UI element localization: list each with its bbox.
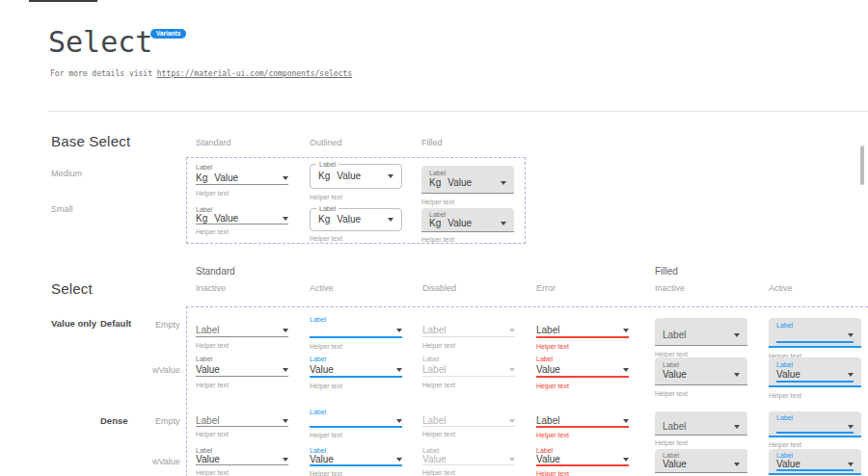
dropdown-arrow-icon xyxy=(396,329,402,332)
select-value-row[interactable] xyxy=(776,330,854,343)
select-value: Value xyxy=(663,369,730,381)
select-value-row[interactable]: Value xyxy=(536,454,629,466)
column-header-standard: Standard xyxy=(196,138,231,147)
select-value-row[interactable]: Label xyxy=(536,415,629,428)
cell-standard-inactive-wvalue-dense: LabelValueHelper text xyxy=(196,446,288,476)
dropdown-arrow-icon xyxy=(623,329,629,332)
select-label xyxy=(536,315,629,324)
select-value: Label xyxy=(422,364,505,376)
select-value-row[interactable] xyxy=(310,415,402,428)
select-label: Label xyxy=(663,360,740,369)
helper-text: Helper text xyxy=(769,440,861,449)
select-value-row[interactable]: KgValue xyxy=(429,218,506,228)
scrollbar-thumb[interactable] xyxy=(860,145,864,185)
cell-standard-active-wvalue: LabelValueHelper text xyxy=(310,355,402,390)
select-label: Label xyxy=(310,355,402,363)
select-value-row[interactable]: Label xyxy=(536,324,629,338)
select-value-row[interactable]: KgValue xyxy=(318,215,393,225)
select-value-row[interactable]: Value xyxy=(663,369,740,381)
select-value: Value xyxy=(448,177,497,189)
select-filled-box[interactable]: Label xyxy=(655,411,747,436)
select-filled-box[interactable]: LabelValue xyxy=(655,357,747,385)
select-value: Label xyxy=(663,421,730,433)
select-filled-box[interactable]: LabelValue xyxy=(655,449,747,473)
helper-text: Helper text xyxy=(196,468,288,476)
select-value-row[interactable]: Label xyxy=(663,330,740,341)
select-value-row[interactable]: Value xyxy=(422,454,515,465)
select-value-row[interactable]: Value xyxy=(310,454,402,466)
select-value-row[interactable]: KgValue xyxy=(196,213,288,225)
select-value-row[interactable]: Label xyxy=(196,324,288,337)
dropdown-arrow-icon xyxy=(848,425,854,429)
column-header-inactive: Inactive xyxy=(196,283,226,293)
select-value: Value xyxy=(536,364,619,376)
select-outline-box[interactable]: LabelKgValue xyxy=(310,164,402,189)
select-value-row[interactable] xyxy=(310,324,402,338)
select-outline-box[interactable]: LabelKgValue xyxy=(310,208,402,231)
cell-standard-disabled-empty-dense: LabelHelper text xyxy=(422,408,515,438)
select-value-row[interactable]: Value xyxy=(196,454,288,465)
select-filled-box[interactable]: LabelValue xyxy=(769,357,861,387)
cell-filled-active-empty-dense: LabelHelper text xyxy=(769,411,861,449)
select-filled-box[interactable]: LabelValue xyxy=(769,449,861,475)
cell-filled-active-wvalue-dense: LabelValueHelper text xyxy=(769,449,861,476)
select-value-row[interactable]: Label xyxy=(663,421,740,432)
select-label: Label xyxy=(536,355,629,363)
select-filled-box[interactable]: Label xyxy=(769,318,861,348)
select-label: Label xyxy=(316,160,339,169)
select-value-row[interactable]: Value xyxy=(776,369,854,383)
helper-text: Helper text xyxy=(536,431,629,439)
dropdown-arrow-icon xyxy=(509,419,515,423)
select-value-row[interactable]: Label xyxy=(196,415,288,427)
select-value-row[interactable]: KgValue xyxy=(318,171,393,182)
select-states-frame xyxy=(186,306,868,476)
variants-badge: Variants xyxy=(150,29,186,39)
section-heading-base-select: Base Select xyxy=(51,133,130,149)
select-value-row[interactable]: Value xyxy=(536,363,629,378)
helper-text: Helper text xyxy=(422,381,515,389)
dropdown-arrow-icon xyxy=(734,463,740,466)
cell-standard-error-empty: LabelHelper text xyxy=(536,315,629,351)
select-value-row[interactable]: Label xyxy=(422,415,515,427)
cell-filled-inactive-wvalue: LabelValueHelper text xyxy=(655,357,747,398)
select-value: Label xyxy=(422,415,505,427)
dropdown-arrow-icon xyxy=(283,419,288,423)
select-value-row[interactable]: KgValue xyxy=(429,177,506,189)
select-value: Value xyxy=(310,454,393,465)
select-value-row[interactable]: Label xyxy=(422,324,515,337)
dropdown-arrow-icon xyxy=(283,329,288,332)
base-select-standard-small: LabelKgValueHelper text xyxy=(196,205,288,236)
select-value-row[interactable]: Value xyxy=(196,363,288,377)
select-value-row[interactable]: Value xyxy=(310,363,402,378)
select-value: Value xyxy=(536,454,619,465)
select-label: Label xyxy=(316,204,339,213)
helper-text: Helper text xyxy=(310,382,402,390)
select-filled-box[interactable]: LabelKgValue xyxy=(421,166,514,194)
dropdown-arrow-icon xyxy=(388,174,393,178)
select-value-row[interactable]: Label xyxy=(422,363,515,377)
dropdown-arrow-icon xyxy=(283,217,288,221)
base-select-filled-medium: LabelKgValueHelper text xyxy=(421,166,514,206)
helper-text: Helper text xyxy=(310,431,402,439)
select-label xyxy=(196,315,288,324)
select-adornment: Kg xyxy=(196,213,207,225)
select-adornment: Kg xyxy=(318,171,330,182)
group-header-standard: Standard xyxy=(196,266,235,277)
select-value-row[interactable]: KgValue xyxy=(196,172,288,185)
select-value-row[interactable]: Value xyxy=(776,459,854,471)
select-value-row[interactable] xyxy=(776,421,854,434)
select-filled-box[interactable]: Label xyxy=(769,411,861,437)
select-filled-box[interactable]: Label xyxy=(655,318,747,346)
cell-standard-inactive-wvalue: LabelValueHelper text xyxy=(196,355,288,389)
select-label: Label xyxy=(776,360,854,369)
helper-text: Helper text xyxy=(422,430,515,438)
select-label: Label xyxy=(310,315,402,324)
docs-link[interactable]: https://material-ui.com/components/selec… xyxy=(157,69,352,78)
select-value: Value xyxy=(337,214,384,225)
select-label: Label xyxy=(429,169,506,177)
cell-standard-active-empty: LabelHelper text xyxy=(310,315,402,351)
select-value-row[interactable]: Value xyxy=(663,459,740,469)
select-filled-box[interactable]: LabelKgValue xyxy=(421,208,514,232)
select-value: Value xyxy=(776,459,844,470)
select-value: Value xyxy=(196,364,279,376)
